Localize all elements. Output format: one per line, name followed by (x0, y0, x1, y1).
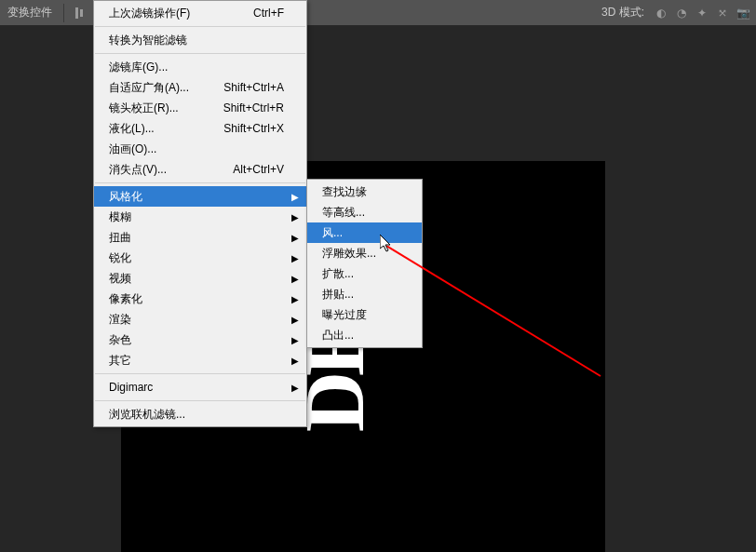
3d-icon-3[interactable]: ✦ (693, 4, 711, 22)
menu-item-label: 像素化 (109, 291, 142, 307)
menu-stylize[interactable]: 风格化▶ (94, 186, 306, 207)
submenu-find-edges[interactable]: 查找边缘 (307, 182, 422, 202)
menu-shortcut: Shift+Ctrl+X (201, 122, 284, 135)
stylize-submenu: 查找边缘 等高线... 风... 浮雕效果... 扩散... 拼贴... 曝光过… (306, 179, 423, 348)
menu-item-label: 转换为智能滤镜 (109, 33, 187, 48)
menu-item-label: 风格化 (109, 189, 142, 205)
menu-lens-correction[interactable]: 镜头校正(R)...Shift+Ctrl+R (94, 98, 306, 118)
svg-rect-0 (75, 7, 78, 19)
menu-adaptive-wide[interactable]: 自适应广角(A)...Shift+Ctrl+A (94, 77, 306, 98)
submenu-arrow-icon: ▶ (291, 315, 299, 325)
submenu-arrow-icon: ▶ (291, 253, 299, 263)
menu-last-filter[interactable]: 上次滤镜操作(F)Ctrl+F (94, 3, 306, 23)
submenu-arrow-icon: ▶ (291, 356, 299, 366)
menu-shortcut: Shift+Ctrl+R (201, 101, 284, 114)
menu-digimarc[interactable]: Digimarc▶ (94, 377, 306, 397)
menu-sharpen[interactable]: 锐化▶ (94, 248, 306, 268)
menu-item-label: 风... (322, 225, 343, 241)
menu-distort[interactable]: 扭曲▶ (94, 227, 306, 248)
submenu-arrow-icon: ▶ (291, 294, 299, 304)
menu-pixelate[interactable]: 像素化▶ (94, 289, 306, 309)
menu-separator (95, 400, 305, 401)
menu-item-label: 视频 (109, 271, 131, 287)
menu-item-label: 杂色 (109, 332, 131, 348)
submenu-tiles[interactable]: 拼贴... (307, 284, 422, 304)
submenu-contour[interactable]: 等高线... (307, 202, 422, 222)
menu-item-label: 渲染 (109, 312, 131, 328)
menu-item-label: 曝光过度 (322, 307, 367, 323)
submenu-solarize[interactable]: 曝光过度 (307, 304, 422, 325)
submenu-extrude[interactable]: 凸出... (307, 325, 422, 345)
menu-item-label: 液化(L)... (109, 121, 155, 137)
submenu-emboss[interactable]: 浮雕效果... (307, 243, 422, 263)
menu-render[interactable]: 渲染▶ (94, 309, 306, 330)
menu-item-label: 油画(O)... (109, 141, 156, 157)
menu-item-label: 模糊 (109, 209, 131, 225)
3d-icon-2[interactable]: ◔ (672, 4, 691, 22)
menu-video[interactable]: 视频▶ (94, 268, 306, 289)
menu-item-label: 上次滤镜操作(F) (109, 6, 190, 21)
menu-oil-paint[interactable]: 油画(O)... (94, 139, 306, 159)
menu-blur[interactable]: 模糊▶ (94, 207, 306, 227)
menu-vanishing-point[interactable]: 消失点(V)...Alt+Ctrl+V (94, 159, 306, 180)
menu-liquify[interactable]: 液化(L)...Shift+Ctrl+X (94, 118, 306, 139)
3d-icon-4[interactable]: ⤧ (713, 4, 732, 22)
menu-filter-gallery[interactable]: 滤镜库(G)... (94, 57, 306, 77)
menu-item-label: 查找边缘 (322, 184, 367, 200)
submenu-arrow-icon: ▶ (291, 212, 299, 222)
3d-mode-label: 3D 模式: (601, 5, 644, 20)
menu-item-label: 凸出... (322, 328, 354, 343)
menu-item-label: 浏览联机滤镜... (109, 407, 185, 423)
menu-item-label: 滤镜库(G)... (109, 60, 168, 75)
3d-icon-1[interactable]: ◐ (652, 4, 670, 22)
menu-shortcut: Shift+Ctrl+A (201, 81, 284, 94)
submenu-diffuse[interactable]: 扩散... (307, 263, 422, 284)
menu-item-label: 其它 (109, 353, 131, 369)
menu-other[interactable]: 其它▶ (94, 350, 306, 370)
menu-shortcut: Ctrl+F (231, 7, 284, 20)
menu-item-label: 自适应广角(A)... (109, 80, 189, 96)
menu-item-label: 拼贴... (322, 287, 354, 303)
submenu-arrow-icon: ▶ (291, 335, 299, 345)
menu-separator (95, 182, 305, 183)
submenu-arrow-icon: ▶ (291, 192, 299, 202)
menu-shortcut: Alt+Ctrl+V (210, 163, 284, 176)
transform-controls-label: 变换控件 (4, 5, 56, 20)
submenu-arrow-icon: ▶ (291, 274, 299, 284)
menu-convert-smart[interactable]: 转换为智能滤镜 (94, 30, 306, 50)
menu-item-label: 扩散... (322, 266, 354, 282)
submenu-arrow-icon: ▶ (291, 233, 299, 243)
separator (63, 4, 64, 22)
submenu-wind[interactable]: 风... (307, 222, 422, 243)
menu-separator (95, 373, 305, 374)
menu-browse-online[interactable]: 浏览联机滤镜... (94, 404, 306, 424)
menu-item-label: 锐化 (109, 250, 131, 266)
menu-separator (95, 26, 305, 27)
filter-menu: 上次滤镜操作(F)Ctrl+F 转换为智能滤镜 滤镜库(G)... 自适应广角(… (93, 0, 307, 427)
menu-item-label: 镜头校正(R)... (109, 101, 179, 116)
align-icon-1[interactable] (72, 4, 90, 22)
menu-item-label: 扭曲 (109, 230, 131, 246)
menu-item-label: 消失点(V)... (109, 162, 167, 178)
menu-item-label: Digimarc (109, 381, 153, 394)
menu-item-label: 等高线... (322, 205, 365, 221)
submenu-arrow-icon: ▶ (291, 383, 299, 393)
menu-separator (95, 53, 305, 54)
menu-noise[interactable]: 杂色▶ (94, 330, 306, 350)
3d-icon-5[interactable]: 📷 (734, 4, 752, 22)
svg-rect-1 (80, 9, 83, 17)
menu-item-label: 浮雕效果... (322, 246, 376, 262)
